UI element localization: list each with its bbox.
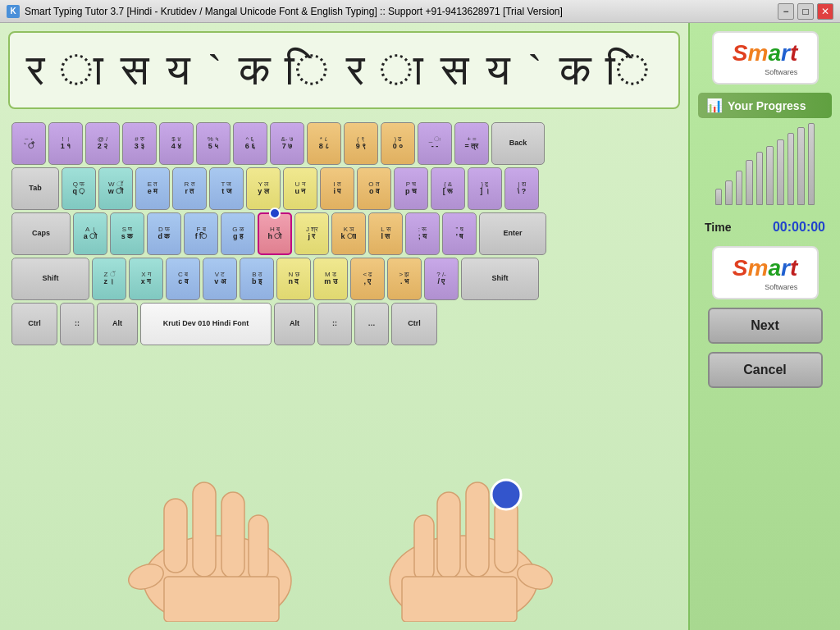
- title-text: Smart Typing Tutor 3.7 [Hindi - Krutidev…: [25, 6, 563, 17]
- maximize-button[interactable]: □: [797, 3, 814, 20]
- key-menu[interactable]: …: [354, 303, 389, 345]
- progress-bar-5: [766, 146, 774, 205]
- main-container: र ा स य ` क ि र ा स य ` क ि ~ ॰` ँ ! ।1 …: [0, 23, 840, 630]
- key-shift-right[interactable]: Shift: [461, 258, 539, 300]
- right-hand: [390, 480, 555, 622]
- key-d[interactable]: D फd क: [147, 212, 181, 255]
- key-6[interactable]: ^ ६6 ६: [233, 122, 267, 165]
- minimize-button[interactable]: −: [778, 3, 794, 20]
- key-semicolon[interactable]: : रू; य: [405, 212, 440, 255]
- key-space[interactable]: Kruti Dev 010 Hindi Font: [140, 303, 272, 345]
- svg-rect-2: [164, 499, 187, 573]
- key-l[interactable]: L सl स: [368, 212, 403, 255]
- key-o[interactable]: O तo व: [357, 167, 391, 210]
- key-c[interactable]: C बc व: [166, 258, 200, 300]
- key-shift-left[interactable]: Shift: [11, 258, 89, 300]
- keyboard-row-2: Tab Q फq ़ W ॉw ॊ E तe म R तr त T जt ज: [11, 167, 677, 210]
- key-z[interactable]: Z ॅz ।: [92, 258, 126, 300]
- key-lbracket[interactable]: { &[ रू: [431, 167, 465, 210]
- key-fn2[interactable]: ::: [317, 303, 352, 345]
- cancel-button[interactable]: Cancel: [708, 352, 823, 388]
- key-backtick[interactable]: ~ ॰` ँ: [11, 122, 46, 165]
- key-alt-right[interactable]: Alt: [274, 303, 315, 345]
- progress-bar-6: [777, 139, 784, 205]
- key-backslash[interactable]: | द्य\ ?: [504, 167, 539, 210]
- key-1[interactable]: ! ।1 १: [48, 122, 83, 165]
- key-b[interactable]: B ठb इ: [240, 258, 274, 300]
- key-t[interactable]: T जt ज: [209, 167, 244, 210]
- key-5[interactable]: % ५5 ५: [196, 122, 231, 165]
- key-minus[interactable]: _ ः- -: [418, 122, 452, 165]
- key-ctrl-right[interactable]: Ctrl: [391, 303, 437, 345]
- keyboard-row-5: Ctrl :: Alt Kruti Dev 010 Hindi Font Alt…: [11, 303, 677, 345]
- progress-bar-7: [788, 133, 795, 205]
- next-button[interactable]: Next: [708, 308, 823, 344]
- close-button[interactable]: ✕: [817, 3, 833, 20]
- key-u[interactable]: U नu न: [283, 167, 317, 210]
- key-period[interactable]: > झ. भ: [387, 258, 422, 300]
- key-w[interactable]: W ॉw ॊ: [98, 167, 133, 210]
- svg-rect-5: [249, 515, 268, 581]
- key-slash[interactable]: ? /-/ ए: [424, 258, 459, 300]
- key-7[interactable]: &- ७7 ७: [270, 122, 304, 165]
- logo-sub-bottom: Softwares: [733, 283, 797, 291]
- app-icon: K: [7, 5, 20, 18]
- key-g[interactable]: G ळg ह: [221, 212, 255, 255]
- key-n[interactable]: N छn द: [276, 258, 311, 300]
- key-enter[interactable]: Enter: [479, 212, 546, 255]
- key-quote[interactable]: " ष' ष: [442, 212, 477, 255]
- keyboard-row-1: ~ ॰` ँ ! ।1 १ @ /2 २ # रु3 ३ $ ४4 ४ % ५5…: [11, 122, 677, 165]
- key-comma[interactable]: < ढ, ए: [350, 258, 385, 300]
- key-equals[interactable]: + == त्र: [454, 122, 489, 165]
- key-k[interactable]: K ञk ाI: [331, 212, 366, 255]
- time-display: Time 00:00:00: [698, 217, 832, 238]
- hindi-text-display: र ा स य ` क ि र ा स य ` क ि: [8, 31, 680, 109]
- svg-rect-3: [193, 482, 216, 577]
- svg-rect-6: [164, 577, 279, 622]
- progress-bar-1: [725, 180, 733, 205]
- key-capslock[interactable]: Caps: [11, 212, 71, 255]
- key-p[interactable]: P चp च: [394, 167, 428, 210]
- progress-bar-3: [746, 160, 753, 205]
- key-9[interactable]: ( ९9 ९: [344, 122, 378, 165]
- key-tab[interactable]: Tab: [11, 167, 59, 210]
- key-a[interactable]: A ।a ो: [73, 212, 107, 255]
- key-v[interactable]: V टv अ: [203, 258, 237, 300]
- key-x[interactable]: X गx ग: [129, 258, 163, 300]
- progress-bar-2: [736, 171, 743, 205]
- key-i[interactable]: I तi प: [320, 167, 354, 210]
- logo-sub: Softwares: [733, 68, 797, 76]
- key-s[interactable]: S णs क: [110, 212, 144, 255]
- key-4[interactable]: $ ४4 ४: [159, 122, 194, 165]
- window-controls: − □ ✕: [778, 3, 833, 20]
- smart-logo-bottom: Smart Softwares: [712, 246, 819, 299]
- key-0[interactable]: ) ढ0 ०: [381, 122, 415, 165]
- key-alt-left[interactable]: Alt: [97, 303, 138, 345]
- left-area: र ा स य ` क ि र ा स य ` क ि ~ ॰` ँ ! ।1 …: [0, 23, 688, 630]
- logo-text-bottom: Smart: [733, 255, 797, 281]
- key-y[interactable]: Y लy ल: [246, 167, 281, 210]
- key-q[interactable]: Q फq ़: [62, 167, 96, 210]
- key-rbracket[interactable]: } द्व] ।: [468, 167, 502, 210]
- your-progress-label: Your Progress: [728, 99, 806, 112]
- key-e[interactable]: E तe म: [135, 167, 170, 210]
- svg-rect-11: [466, 482, 489, 577]
- key-2[interactable]: @ /2 २: [85, 122, 120, 165]
- svg-rect-13: [402, 577, 517, 622]
- progress-bar-0: [715, 189, 723, 205]
- keyboard: ~ ॰` ँ ! ।1 १ @ /2 २ # रु3 ३ $ ४4 ४ % ५5…: [8, 119, 680, 351]
- key-fn[interactable]: ::: [60, 303, 94, 345]
- hands-svg: [90, 433, 599, 622]
- key-3[interactable]: # रु3 ३: [122, 122, 157, 165]
- key-m[interactable]: M डm उ: [313, 258, 348, 300]
- key-ctrl-left[interactable]: Ctrl: [11, 303, 57, 345]
- key-backspace[interactable]: Back: [491, 122, 545, 165]
- svg-rect-9: [414, 515, 434, 581]
- key-8[interactable]: * ८8 ८: [307, 122, 341, 165]
- key-h[interactable]: H बh ो: [258, 212, 292, 255]
- key-f[interactable]: F बf ि: [184, 212, 218, 255]
- hands-area: [8, 355, 680, 622]
- progress-chart: [712, 126, 819, 208]
- key-r[interactable]: R तr त: [172, 167, 207, 210]
- key-j[interactable]: J श्रj र: [294, 212, 329, 255]
